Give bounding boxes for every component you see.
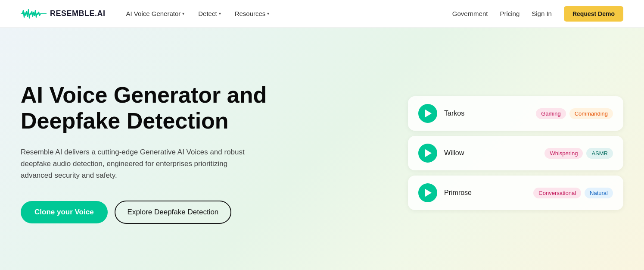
logo-icon bbox=[21, 8, 47, 20]
hero-left: AI Voice Generator and Deepfake Detectio… bbox=[21, 82, 267, 223]
tag-gaming: Gaming bbox=[536, 108, 566, 119]
voice-tags-willow: Whispering ASMR bbox=[544, 148, 613, 159]
nav-links: AI Voice Generator ▾ Detect ▾ Resources … bbox=[126, 10, 270, 17]
hero-buttons: Clone your Voice Explore Deepfake Detect… bbox=[21, 201, 267, 224]
tag-asmr: ASMR bbox=[586, 148, 613, 159]
navbar: RESEMBLE.AI AI Voice Generator ▾ Detect … bbox=[0, 0, 644, 28]
nav-label-ai-voice-generator: AI Voice Generator bbox=[126, 10, 181, 17]
nav-item-ai-voice-generator[interactable]: AI Voice Generator ▾ bbox=[126, 10, 185, 17]
tag-whispering: Whispering bbox=[544, 148, 583, 159]
nav-pricing[interactable]: Pricing bbox=[500, 10, 520, 17]
tag-commanding: Commanding bbox=[569, 108, 613, 119]
voice-name-primrose: Primrose bbox=[444, 189, 472, 197]
nav-item-resources[interactable]: Resources ▾ bbox=[235, 10, 270, 17]
play-icon-primrose bbox=[425, 189, 432, 197]
nav-sign-in[interactable]: Sign In bbox=[532, 10, 552, 17]
request-demo-button[interactable]: Request Demo bbox=[564, 6, 623, 22]
hero-title: AI Voice Generator and Deepfake Detectio… bbox=[21, 82, 267, 134]
hero-section: AI Voice Generator and Deepfake Detectio… bbox=[0, 28, 644, 270]
chevron-down-icon: ▾ bbox=[182, 11, 184, 16]
nav-item-detect[interactable]: Detect ▾ bbox=[198, 10, 221, 17]
tag-natural: Natural bbox=[585, 188, 613, 198]
nav-label-detect: Detect bbox=[198, 10, 217, 17]
navbar-left: RESEMBLE.AI AI Voice Generator ▾ Detect … bbox=[21, 8, 269, 20]
clone-voice-button[interactable]: Clone your Voice bbox=[21, 201, 108, 223]
chevron-down-icon-resources: ▾ bbox=[267, 11, 269, 16]
explore-deepfake-button[interactable]: Explore Deepfake Detection bbox=[115, 201, 232, 224]
play-icon-willow bbox=[425, 149, 432, 157]
voice-tags-primrose: Conversational Natural bbox=[533, 188, 613, 198]
nav-label-resources: Resources bbox=[235, 10, 266, 17]
voice-card-left-tarkos: Tarkos bbox=[418, 104, 464, 123]
play-button-primrose[interactable] bbox=[418, 183, 437, 202]
navbar-right: Government Pricing Sign In Request Demo bbox=[452, 6, 623, 22]
voice-card-left-primrose: Primrose bbox=[418, 183, 472, 202]
play-button-willow[interactable] bbox=[418, 144, 437, 163]
voice-name-tarkos: Tarkos bbox=[444, 110, 464, 117]
voice-card-left-willow: Willow bbox=[418, 144, 464, 163]
hero-right: Tarkos Gaming Commanding Willow Whisperi… bbox=[408, 96, 623, 210]
play-icon-tarkos bbox=[425, 110, 432, 117]
nav-government[interactable]: Government bbox=[452, 10, 488, 17]
hero-title-line2: Deepfake Detection bbox=[21, 108, 229, 133]
logo[interactable]: RESEMBLE.AI bbox=[21, 8, 106, 20]
chevron-down-icon-detect: ▾ bbox=[219, 11, 221, 16]
voice-tags-tarkos: Gaming Commanding bbox=[536, 108, 613, 119]
voice-card-willow: Willow Whispering ASMR bbox=[408, 136, 623, 170]
hero-title-line1: AI Voice Generator and bbox=[21, 82, 267, 107]
voice-card-tarkos: Tarkos Gaming Commanding bbox=[408, 96, 623, 131]
tag-conversational: Conversational bbox=[533, 188, 581, 198]
hero-description: Resemble AI delivers a cutting-edge Gene… bbox=[21, 146, 245, 182]
voice-card-primrose: Primrose Conversational Natural bbox=[408, 176, 623, 210]
play-button-tarkos[interactable] bbox=[418, 104, 437, 123]
voice-name-willow: Willow bbox=[444, 149, 464, 157]
logo-text: RESEMBLE.AI bbox=[50, 9, 106, 18]
